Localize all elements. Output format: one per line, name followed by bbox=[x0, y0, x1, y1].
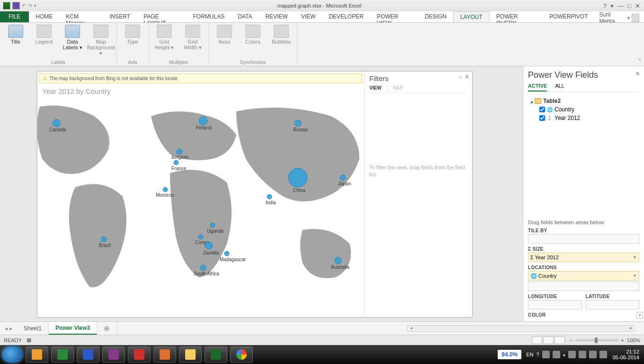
tab-layout[interactable]: LAYOUT bbox=[453, 11, 490, 22]
add-sheet-button[interactable]: ⊕ bbox=[97, 322, 117, 335]
axes-button[interactable]: Axes bbox=[213, 25, 236, 45]
data-labels-button[interactable]: Data Labels ▾ bbox=[61, 25, 84, 56]
view-page-icon[interactable] bbox=[543, 337, 554, 344]
areas-header: Drag fields between areas below: bbox=[528, 216, 639, 225]
zoom-level[interactable]: 100% bbox=[627, 337, 640, 343]
tab-pagelayout[interactable]: PAGE LAYOUT bbox=[137, 11, 186, 22]
latitude-well[interactable] bbox=[586, 300, 640, 309]
zoom-control[interactable]: − + 100% bbox=[570, 337, 640, 343]
tab-design[interactable]: DESIGN bbox=[418, 11, 453, 22]
tray-network-icon[interactable] bbox=[568, 351, 576, 358]
collapse-ribbon-icon[interactable]: ˄ bbox=[638, 58, 641, 65]
grid-height-button[interactable]: Grid Height ▾ bbox=[152, 25, 176, 50]
taskbar-word[interactable] bbox=[77, 346, 99, 363]
type-button[interactable]: Type bbox=[121, 25, 144, 45]
battery-badge[interactable]: 94.0% bbox=[498, 350, 521, 359]
bubbles-button[interactable]: Bubbles bbox=[269, 25, 293, 45]
view-normal-icon[interactable] bbox=[532, 337, 542, 344]
taskbar-pdf[interactable] bbox=[128, 346, 151, 363]
tray-lang[interactable]: EN bbox=[526, 352, 533, 357]
tray-expand-icon[interactable]: ▴ bbox=[563, 352, 565, 357]
size-well[interactable]: Σ Year 2012▼ bbox=[528, 253, 639, 262]
taskbar-excel[interactable] bbox=[51, 346, 74, 363]
filters-tab-view[interactable]: VIEW bbox=[369, 85, 382, 91]
undo-icon[interactable]: ↶ bbox=[22, 3, 26, 9]
horizontal-scrollbar[interactable] bbox=[117, 325, 644, 332]
zoom-slider[interactable] bbox=[575, 339, 618, 341]
expand-icon[interactable] bbox=[530, 98, 533, 104]
locations-well-empty[interactable] bbox=[528, 282, 639, 291]
zoom-out-icon[interactable]: − bbox=[570, 337, 572, 343]
tab-formulas[interactable]: FORMULAS bbox=[187, 11, 232, 22]
ribbon-options-icon[interactable]: ▾ bbox=[610, 2, 614, 9]
chevron-down-icon[interactable]: ▼ bbox=[633, 255, 637, 260]
tab-developer[interactable]: DEVELOPER bbox=[322, 11, 370, 22]
tab-insert[interactable]: INSERT bbox=[103, 11, 137, 22]
colors-button[interactable]: Colors bbox=[241, 25, 265, 45]
tab-view[interactable]: VIEW bbox=[295, 11, 322, 22]
map-background-button[interactable]: Map Background ▾ bbox=[89, 25, 113, 56]
sheet-nav[interactable]: ◂▸ bbox=[0, 325, 17, 332]
close-icon[interactable]: ✕ bbox=[635, 2, 640, 9]
field-year2012[interactable]: Σ Year 2012 bbox=[528, 114, 639, 122]
taskbar-onenote[interactable] bbox=[102, 346, 125, 363]
filters-collapse-icon[interactable]: ‹ bbox=[460, 73, 462, 80]
field-tab-active[interactable]: ACTIVE bbox=[528, 83, 547, 91]
user-account[interactable]: Suril Mehta ▾ bbox=[594, 11, 644, 22]
grid-width-button[interactable]: Grid Width ▾ bbox=[181, 25, 205, 50]
sheet-powerview3[interactable]: Power View3 bbox=[49, 322, 97, 335]
taskbar-snip[interactable] bbox=[153, 346, 176, 363]
taskbar-excel2[interactable] bbox=[205, 346, 227, 363]
field-tab-all[interactable]: ALL bbox=[555, 83, 564, 91]
filters-close-icon[interactable]: ✕ bbox=[465, 73, 469, 80]
tray-weather-icon[interactable] bbox=[599, 351, 607, 358]
taskbar-clock[interactable]: 21:12 05-06-2014 bbox=[610, 349, 642, 360]
svg-text:Canada: Canada bbox=[49, 127, 66, 132]
svg-point-22 bbox=[205, 242, 213, 249]
table-node[interactable]: Table2 bbox=[528, 97, 639, 105]
redo-icon[interactable]: ↷ bbox=[28, 3, 32, 9]
view-break-icon[interactable] bbox=[555, 337, 565, 344]
tab-powerpivot[interactable]: POWERPIVOT bbox=[543, 11, 594, 22]
svg-point-26 bbox=[200, 265, 206, 271]
title-button[interactable]: Title bbox=[4, 25, 27, 56]
tab-file[interactable]: FILE bbox=[0, 11, 29, 22]
tray-icon[interactable] bbox=[553, 351, 560, 358]
expand-areas-icon[interactable]: ▾ bbox=[636, 312, 643, 318]
powerview-container[interactable]: The map background from Bing is not avai… bbox=[37, 71, 473, 318]
tray-help-icon[interactable]: ? bbox=[537, 352, 539, 357]
tray-icon[interactable] bbox=[542, 351, 550, 358]
maximize-icon[interactable]: □ bbox=[627, 2, 631, 9]
locations-well[interactable]: 🌐 Country▼ bbox=[528, 271, 639, 281]
tray-flag-icon[interactable] bbox=[589, 351, 597, 358]
qat-more-icon[interactable]: ▾ bbox=[34, 3, 36, 8]
field-country[interactable]: 🌐 Country bbox=[528, 105, 639, 114]
taskbar-explorer[interactable] bbox=[179, 346, 202, 363]
minimize-icon[interactable]: — bbox=[617, 2, 624, 9]
tab-powerquery[interactable]: POWER QUERY bbox=[490, 11, 543, 22]
zoom-in-icon[interactable]: + bbox=[621, 337, 624, 343]
taskbar-outlook[interactable] bbox=[26, 346, 48, 363]
filters-tab-map[interactable]: MAP bbox=[393, 85, 403, 91]
save-icon[interactable] bbox=[12, 2, 20, 9]
tab-review[interactable]: REVIEW bbox=[259, 11, 294, 22]
field-country-check[interactable] bbox=[539, 107, 545, 112]
legend-button[interactable]: Legend bbox=[32, 25, 56, 56]
tileby-well[interactable] bbox=[528, 234, 639, 244]
tab-powerview[interactable]: POWER VIEW bbox=[370, 11, 418, 22]
sheet-sheet1[interactable]: Sheet1 bbox=[17, 323, 49, 334]
tab-kcm[interactable]: KCM Macros bbox=[59, 11, 103, 22]
field-list-close-icon[interactable]: ✕ bbox=[635, 70, 640, 77]
tab-home[interactable]: HOME bbox=[29, 11, 59, 22]
longitude-well[interactable] bbox=[528, 300, 582, 309]
tray-volume-icon[interactable] bbox=[579, 351, 586, 358]
svg-text:China: China bbox=[293, 188, 306, 193]
map-chart[interactable]: Canada Finland Russia Belgium France Mor… bbox=[37, 97, 364, 317]
taskbar-chrome[interactable] bbox=[230, 346, 253, 363]
start-button[interactable] bbox=[2, 346, 23, 363]
help-icon[interactable]: ? bbox=[603, 2, 607, 9]
field-year2012-check[interactable] bbox=[539, 115, 545, 121]
chevron-down-icon[interactable]: ▼ bbox=[633, 273, 637, 278]
macro-record-icon[interactable]: ▦ bbox=[27, 337, 31, 343]
tab-data[interactable]: DATA bbox=[231, 11, 259, 22]
